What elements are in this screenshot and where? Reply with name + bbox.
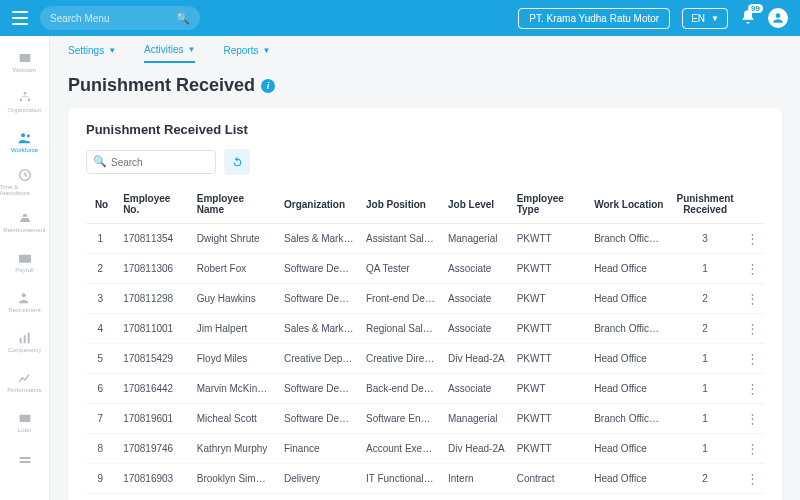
card-title: Punishment Received List (86, 122, 764, 137)
global-search[interactable]: 🔍 (40, 6, 200, 30)
cell-loc: Branch Office S… (588, 404, 670, 434)
col-level[interactable]: Job Level (442, 185, 511, 224)
cell-punish: 1 (670, 254, 740, 284)
cell-pos: Back-end Devel… (360, 374, 442, 404)
cell-pos: Account Executi… (360, 434, 442, 464)
cell-org: Sales & Marketi… (278, 314, 360, 344)
sidebar-item-organization[interactable]: Organization (0, 82, 50, 120)
cell-no: 1 (86, 224, 117, 254)
table-row[interactable]: 2 170811306 Robert Fox Software Devel… Q… (86, 254, 764, 284)
cell-punish: 2 (670, 284, 740, 314)
subnav-activities[interactable]: Activities▼ (144, 44, 195, 63)
sidebar-item-workforce[interactable]: Workforce (0, 122, 50, 160)
row-menu-icon[interactable]: ⋮ (746, 411, 758, 426)
table-row[interactable]: 6 170816442 Marvin McKinney Software Dev… (86, 374, 764, 404)
cell-no: 6 (86, 374, 117, 404)
svg-rect-13 (19, 416, 30, 417)
sidebar-item-recruitment[interactable]: Recruitment (0, 282, 50, 320)
search-icon: 🔍 (176, 12, 190, 25)
menu-toggle[interactable] (12, 11, 28, 25)
cell-pos: Creative Director (360, 344, 442, 374)
table-row[interactable]: 9 170816903 Brooklyn Simm… Delivery IT F… (86, 464, 764, 494)
cell-type: PKWTT (511, 434, 589, 464)
row-menu-icon[interactable]: ⋮ (746, 321, 758, 336)
svg-rect-11 (27, 332, 29, 343)
subnav-reports[interactable]: Reports▼ (223, 44, 270, 63)
sidebar-item-loan[interactable]: Loan (0, 402, 50, 440)
table-row[interactable]: 3 170811298 Guy Hawkins Software Devel… … (86, 284, 764, 314)
col-emp-no[interactable]: Employee No. (117, 185, 191, 224)
cell-pos: Assistant Sales… (360, 224, 442, 254)
cell-emp-no: 170811298 (117, 284, 191, 314)
row-menu-icon[interactable]: ⋮ (746, 261, 758, 276)
table-row[interactable]: 4 170811001 Jim Halpert Sales & Marketi…… (86, 314, 764, 344)
svg-point-1 (23, 92, 26, 95)
col-org[interactable]: Organization (278, 185, 360, 224)
cell-org: Delivery (278, 464, 360, 494)
sidebar-item-more[interactable] (0, 442, 50, 480)
col-loc[interactable]: Work Location (588, 185, 670, 224)
svg-rect-10 (23, 335, 25, 343)
table-row[interactable]: 1 170811354 Dwight Shrute Sales & Market… (86, 224, 764, 254)
table-row[interactable]: 8 170819746 Kathryn Murphy Finance Accou… (86, 434, 764, 464)
cell-punish: 2 (670, 314, 740, 344)
sidebar-item-performance[interactable]: Performance (0, 362, 50, 400)
col-punish[interactable]: Punishment Received (670, 185, 740, 224)
cell-no: 2 (86, 254, 117, 284)
svg-rect-7 (19, 254, 31, 262)
main-content: Settings▼ Activities▼ Reports▼ Punishmen… (50, 36, 800, 500)
cell-loc: Head Office (588, 284, 670, 314)
cell-punish: 3 (670, 494, 740, 501)
cell-emp-name: Robert Fox (191, 254, 278, 284)
cell-emp-name: Guy Hawkins (191, 284, 278, 314)
row-menu-icon[interactable]: ⋮ (746, 441, 758, 456)
sidebar-item-competency[interactable]: Competency (0, 322, 50, 360)
sidebar-item-webcam[interactable]: Webcam (0, 42, 50, 80)
cell-org: Software Devel… (278, 374, 360, 404)
sidebar-item-reimbursement[interactable]: Reimbursement (0, 202, 50, 240)
language-selector[interactable]: EN▼ (682, 8, 728, 29)
cell-emp-name: Kathryn Murphy (191, 434, 278, 464)
table-row[interactable]: 5 170815429 Floyd Miles Creative Depart…… (86, 344, 764, 374)
cell-level: Div Head-2A (442, 344, 511, 374)
table-row[interactable]: 7 170819601 Micheal Scott Software Devel… (86, 404, 764, 434)
subnav-settings[interactable]: Settings▼ (68, 44, 116, 63)
cell-level: Managerial (442, 404, 511, 434)
user-avatar[interactable] (768, 8, 788, 28)
cell-level: Intern (442, 464, 511, 494)
chevron-down-icon: ▼ (262, 46, 270, 55)
col-emp-name[interactable]: Employee Name (191, 185, 278, 224)
row-menu-icon[interactable]: ⋮ (746, 231, 758, 246)
sidebar-item-payroll[interactable]: Payroll (0, 242, 50, 280)
topbar: 🔍 PT. Krama Yudha Ratu Motor EN▼ 99 (0, 0, 800, 36)
col-pos[interactable]: Job Position (360, 185, 442, 224)
row-menu-icon[interactable]: ⋮ (746, 381, 758, 396)
cell-pos: Software Engin… (360, 404, 442, 434)
col-type[interactable]: Employee Type (511, 185, 589, 224)
col-no[interactable]: No (86, 185, 117, 224)
row-menu-icon[interactable]: ⋮ (746, 291, 758, 306)
refresh-button[interactable] (224, 149, 250, 175)
global-search-input[interactable] (50, 13, 170, 24)
cell-no: 9 (86, 464, 117, 494)
row-menu-icon[interactable]: ⋮ (746, 471, 758, 486)
cell-loc: Head Office (588, 254, 670, 284)
cell-pos: Front-end Devel… (360, 284, 442, 314)
sidebar-item-time[interactable]: Time & Attendance (0, 162, 50, 200)
notifications-button[interactable]: 99 (740, 9, 756, 27)
cell-type: PKWTT (511, 314, 589, 344)
table-row[interactable]: 10 170815311 Eleanor Pena Software Devel… (86, 494, 764, 501)
table-header-row: No Employee No. Employee Name Organizati… (86, 185, 764, 224)
org-selector[interactable]: PT. Krama Yudha Ratu Motor (518, 8, 670, 29)
row-menu-icon[interactable]: ⋮ (746, 351, 758, 366)
cell-punish: 1 (670, 434, 740, 464)
svg-point-2 (19, 98, 22, 101)
table-search[interactable]: 🔍 (86, 150, 216, 174)
svg-rect-9 (19, 338, 21, 343)
cell-org: Finance (278, 434, 360, 464)
cell-level: Managerial (442, 224, 511, 254)
info-icon[interactable]: i (261, 79, 275, 93)
cell-no: 7 (86, 404, 117, 434)
cell-level: Associate (442, 374, 511, 404)
toolbar: 🔍 (86, 149, 764, 175)
